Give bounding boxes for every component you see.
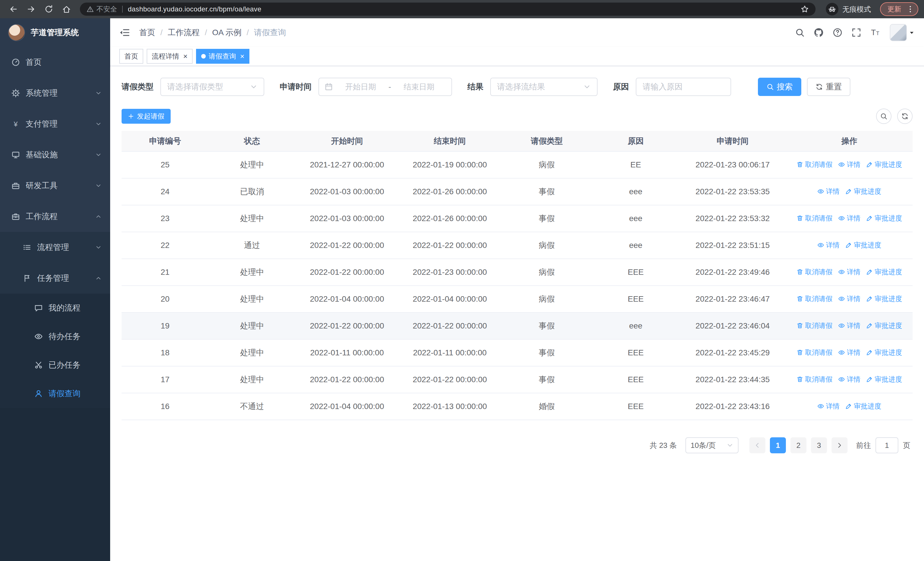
cell: 处理中: [208, 339, 296, 366]
sidebar-item-2[interactable]: ¥支付管理: [0, 108, 110, 139]
user-menu-caret-icon[interactable]: [909, 30, 915, 36]
toggle-search-button[interactable]: [876, 108, 891, 124]
column-header-4: 请假类型: [501, 131, 592, 151]
sidebar-item-label: 支付管理: [26, 119, 58, 129]
pagination: 共 23 条 10条/页 123 前往 页: [122, 437, 913, 453]
detail-link[interactable]: 详情: [817, 402, 840, 411]
next-page-button[interactable]: [831, 437, 848, 453]
sidebar-item-0[interactable]: 首页: [0, 47, 110, 78]
browser-menu-icon[interactable]: [906, 5, 914, 13]
progress-link[interactable]: 审批进度: [866, 375, 902, 384]
github-icon[interactable]: [814, 28, 824, 38]
security-warning-icon[interactable]: [87, 6, 94, 12]
page-size-select[interactable]: 10条/页: [686, 437, 738, 453]
sidebar-collapse-icon[interactable]: [119, 27, 129, 38]
detail-link[interactable]: 详情: [838, 214, 860, 223]
result-select[interactable]: 请选择流结果: [490, 78, 597, 96]
cell-operations: 详情审批进度: [786, 178, 913, 205]
eyeop-icon: [838, 322, 845, 329]
sidebar-item-11[interactable]: 请假查询: [0, 379, 110, 408]
tab-close-icon[interactable]: ×: [183, 53, 188, 60]
sidebar-item-1[interactable]: 系统管理: [0, 78, 110, 108]
sidebar-item-9[interactable]: 待办任务: [0, 322, 110, 351]
detail-link[interactable]: 详情: [838, 267, 860, 277]
progress-link[interactable]: 审批进度: [866, 294, 902, 303]
browser-update-button[interactable]: 更新: [880, 2, 918, 16]
progress-link[interactable]: 审批进度: [845, 187, 881, 196]
page-button-3[interactable]: 3: [811, 437, 827, 453]
detail-link[interactable]: 详情: [838, 375, 860, 384]
reason-input[interactable]: [636, 78, 731, 96]
progress-link[interactable]: 审批进度: [845, 241, 881, 250]
app-logo[interactable]: 芋道管理系统: [0, 18, 110, 47]
tab-1[interactable]: 流程详情×: [147, 49, 193, 64]
cell: 2022-01-22 00:00:00: [398, 313, 501, 339]
breadcrumb-item-1[interactable]: 工作流程: [168, 27, 200, 38]
detail-link[interactable]: 详情: [838, 294, 860, 303]
leave-type-select[interactable]: 请选择请假类型: [160, 78, 264, 96]
cancel-link-label: 取消请假: [805, 267, 832, 277]
cancel-link[interactable]: 取消请假: [796, 348, 832, 357]
cell: 事假: [501, 313, 592, 339]
browser-reload-icon[interactable]: [45, 5, 53, 14]
cancel-link[interactable]: 取消请假: [796, 160, 832, 169]
apply-time-range-picker[interactable]: 开始日期 - 结束日期: [318, 78, 452, 96]
search-button[interactable]: 搜索: [758, 78, 801, 96]
sidebar-item-3[interactable]: 基础设施: [0, 139, 110, 170]
sidebar-item-7[interactable]: 任务管理: [0, 263, 110, 294]
header-search-icon[interactable]: [795, 28, 805, 38]
address-bar[interactable]: 不安全 dashboard.yudao.iocoder.cn/bpm/oa/le…: [80, 3, 816, 16]
sidebar-item-5[interactable]: 工作流程: [0, 201, 110, 232]
cell: 处理中: [208, 205, 296, 232]
tab-2[interactable]: 请假查询×: [196, 49, 249, 64]
detail-link[interactable]: 详情: [838, 348, 860, 357]
chevron-down-icon: [95, 182, 102, 189]
app-title: 芋道管理系统: [31, 27, 79, 38]
user-avatar[interactable]: [890, 24, 907, 41]
browser-forward-icon[interactable]: [27, 5, 35, 14]
cancel-link[interactable]: 取消请假: [796, 267, 832, 277]
breadcrumb-item-2[interactable]: OA 示例: [212, 27, 242, 38]
refresh-table-button[interactable]: [897, 108, 913, 124]
sidebar-item-4[interactable]: 研发工具: [0, 170, 110, 201]
sidebar-item-10[interactable]: 已办任务: [0, 351, 110, 379]
fullscreen-icon[interactable]: [852, 28, 861, 38]
progress-link[interactable]: 审批进度: [866, 267, 902, 277]
page-button-1[interactable]: 1: [770, 437, 786, 453]
browser-back-icon[interactable]: [9, 5, 18, 14]
cancel-link[interactable]: 取消请假: [796, 214, 832, 223]
progress-link[interactable]: 审批进度: [866, 160, 902, 169]
tab-close-icon[interactable]: ×: [240, 53, 244, 60]
detail-link[interactable]: 详情: [817, 187, 840, 196]
progress-link[interactable]: 审批进度: [866, 348, 902, 357]
create-leave-button[interactable]: 发起请假: [122, 109, 171, 124]
page-button-2[interactable]: 2: [790, 437, 806, 453]
bookmark-star-icon[interactable]: [801, 5, 809, 13]
cancel-link[interactable]: 取消请假: [796, 321, 832, 330]
table-row-16: 16不通过2022-01-04 00:00:002022-01-13 00:00…: [122, 393, 913, 420]
tab-0[interactable]: 首页: [119, 49, 143, 64]
cancel-link[interactable]: 取消请假: [796, 294, 832, 303]
detail-link[interactable]: 详情: [838, 160, 860, 169]
sidebar-item-label: 已办任务: [48, 359, 81, 370]
breadcrumb-item-0[interactable]: 首页: [139, 27, 155, 38]
security-warning-label[interactable]: 不安全: [96, 5, 117, 14]
detail-link[interactable]: 详情: [817, 241, 840, 250]
sidebar-item-6[interactable]: 流程管理: [0, 232, 110, 263]
font-size-icon[interactable]: TT: [870, 28, 880, 38]
goto-page-input[interactable]: [876, 437, 898, 453]
prev-page-button[interactable]: [749, 437, 765, 453]
edit-icon: [845, 403, 852, 410]
browser-home-icon[interactable]: [62, 5, 71, 14]
reset-button[interactable]: 重置: [807, 78, 850, 96]
sidebar-item-8[interactable]: 我的流程: [0, 294, 110, 322]
cell: 2022-01-11 00:00:00: [296, 339, 398, 366]
progress-link[interactable]: 审批进度: [845, 402, 881, 411]
progress-link[interactable]: 审批进度: [866, 214, 902, 223]
help-icon[interactable]: [832, 28, 842, 38]
cell: 2022-01-13 00:00:00: [398, 393, 501, 420]
progress-link[interactable]: 审批进度: [866, 321, 902, 330]
cancel-link[interactable]: 取消请假: [796, 375, 832, 384]
detail-link[interactable]: 详情: [838, 321, 860, 330]
cell: 2022-01-23 00:00:00: [398, 259, 501, 286]
